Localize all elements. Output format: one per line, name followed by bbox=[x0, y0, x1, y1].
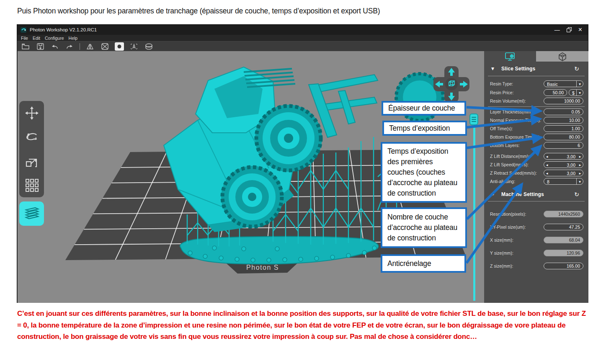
front-wheel bbox=[221, 166, 283, 228]
close-button[interactable]: × bbox=[578, 26, 582, 33]
settings-panel: ▼ Slice Settings ↻ Resin Type: Basic▼ Re… bbox=[484, 51, 588, 303]
refresh-machine-button[interactable]: ↻ bbox=[574, 191, 579, 197]
layer-slider-handle[interactable] bbox=[469, 114, 478, 125]
toolbar-separator bbox=[80, 43, 80, 50]
z-retract-speed-spinner[interactable]: ◀3,00▶ bbox=[544, 170, 583, 176]
scale-icon bbox=[24, 154, 39, 169]
z-lift-speed-spinner[interactable]: ◀3,00▶ bbox=[544, 161, 583, 168]
monitor-gear-icon bbox=[505, 52, 516, 62]
workspace: Photon S bbox=[18, 51, 588, 303]
menu-help[interactable]: Help bbox=[69, 36, 78, 41]
hollow-button[interactable] bbox=[100, 42, 109, 51]
row-normal-exposure: Normal Exposure Time(s): 10.00 bbox=[484, 117, 588, 124]
rotate-icon bbox=[24, 129, 39, 145]
row-xy-pixel: XY-Pixel size(um): 47.25 bbox=[484, 224, 588, 230]
row-y-size: Y size(mm): 120.96 bbox=[484, 250, 588, 256]
mirror-icon bbox=[86, 43, 94, 50]
open-button[interactable] bbox=[21, 42, 30, 51]
minimize-button[interactable]: — bbox=[554, 27, 560, 33]
bottom-note: C’est en jouant sur ces différents param… bbox=[17, 308, 592, 343]
collapse-icon: ▼ bbox=[491, 67, 494, 71]
anti-aliasing-dropdown[interactable]: 8▼ bbox=[544, 178, 583, 185]
currency-dropdown[interactable]: $▼ bbox=[569, 89, 583, 96]
layer-slider-track[interactable] bbox=[473, 114, 475, 301]
divider bbox=[488, 201, 585, 201]
plate-label: Photon S bbox=[246, 264, 279, 271]
folder-icon bbox=[21, 43, 30, 50]
slice-settings-header[interactable]: ▼ Slice Settings ↻ bbox=[484, 65, 588, 72]
tab-slice-settings[interactable] bbox=[484, 51, 536, 62]
save-icon bbox=[36, 43, 44, 50]
scale-tool[interactable] bbox=[24, 153, 40, 169]
refresh-slice-button[interactable]: ↻ bbox=[574, 66, 579, 72]
letter-a-icon bbox=[130, 43, 138, 50]
xy-pixel-input[interactable]: 47.25 bbox=[544, 224, 583, 230]
callout-layer-thickness: Épaisseur de couche bbox=[382, 101, 466, 116]
row-anti-aliasing: Anti-aliasing: 8▼ bbox=[484, 178, 588, 185]
spinner-right-icon: ▶ bbox=[577, 171, 583, 175]
row-z-lift-distance: Z Lift Distance(mm): ◀3,00▶ bbox=[484, 153, 588, 160]
row-resin-price: Resin Price: 50.00 $▼ bbox=[484, 89, 588, 96]
punch-hole-button[interactable] bbox=[115, 42, 124, 51]
undo-icon bbox=[51, 43, 59, 50]
save-button[interactable] bbox=[36, 42, 45, 51]
normal-exposure-input[interactable]: 10.00 bbox=[544, 117, 583, 124]
hole-icon bbox=[116, 43, 123, 50]
off-time-input[interactable]: 1.00 bbox=[544, 125, 583, 132]
machine-settings-header[interactable]: ▶ Machine Settings ↻ bbox=[484, 191, 588, 198]
view-navigation-control[interactable] bbox=[431, 63, 472, 105]
toolbar bbox=[17, 41, 588, 51]
spinner-right-icon: ▶ bbox=[577, 155, 583, 158]
row-x-size: X size(mm): 68.04 bbox=[484, 237, 588, 243]
resolution-field: 1440x2560 bbox=[544, 211, 583, 217]
row-off-time: Off Time(s): 1.00 bbox=[484, 125, 588, 132]
row-resolution: Resolution(pixels): 1440x2560 bbox=[484, 211, 588, 217]
redo-button[interactable] bbox=[65, 42, 74, 51]
app-logo-icon bbox=[21, 27, 27, 33]
restore-button[interactable] bbox=[567, 27, 572, 32]
tab-machine[interactable] bbox=[536, 51, 588, 62]
row-z-size: Z size(mm): 165.00 bbox=[484, 263, 588, 269]
y-size-field: 120.96 bbox=[544, 250, 583, 256]
divider bbox=[488, 106, 585, 107]
rotate-tool[interactable] bbox=[24, 129, 40, 145]
expand-icon: ▶ bbox=[491, 192, 494, 196]
undo-button[interactable] bbox=[50, 42, 59, 51]
row-z-lift-speed: Z Lift Speed(mm/s): ◀3,00▶ bbox=[484, 161, 588, 168]
slice-tool[interactable] bbox=[19, 201, 44, 226]
callout-bottom-exposure: Temps d’exposition des premières couches… bbox=[381, 142, 467, 203]
row-resin-volume: Resin Volume(ml): 1000.00 bbox=[484, 98, 588, 104]
spinner-right-icon: ▶ bbox=[577, 163, 583, 166]
cylinder-icon bbox=[144, 43, 153, 50]
callout-anti-aliasing: Anticrénelage bbox=[381, 254, 466, 273]
photon-workshop-window: Photon Workshop V2.1.20.RC1 — × File Edi… bbox=[17, 24, 588, 303]
spinner-left-icon: ◀ bbox=[544, 171, 550, 175]
bottom-exposure-input[interactable]: 80.00 bbox=[544, 134, 583, 140]
rear-wheel bbox=[255, 105, 322, 172]
z-lift-distance-spinner[interactable]: ◀3,00▶ bbox=[544, 153, 583, 160]
dropdown-arrow-icon: ▼ bbox=[576, 90, 583, 96]
menu-edit[interactable]: Edit bbox=[33, 36, 40, 41]
resin-type-dropdown[interactable]: Basic▼ bbox=[544, 80, 583, 87]
text-button[interactable] bbox=[129, 42, 139, 51]
page: Puis Photon workshop pour les paramètres… bbox=[0, 0, 606, 364]
move-tool[interactable] bbox=[24, 105, 40, 121]
z-size-input[interactable]: 165.00 bbox=[544, 263, 583, 269]
bottom-layers-input[interactable]: 6 bbox=[544, 142, 583, 149]
array-icon bbox=[24, 178, 39, 193]
callout-bottom-layers: Nombre de couche d’accroche au plateau d… bbox=[381, 207, 467, 248]
layers-icon bbox=[23, 206, 40, 221]
titlebar: Photon Workshop V2.1.20.RC1 — × bbox=[17, 25, 588, 35]
row-bottom-layers: Bottom Layers: 6 bbox=[484, 142, 588, 149]
menu-configure[interactable]: Configure bbox=[45, 36, 64, 41]
array-tool[interactable] bbox=[24, 177, 40, 193]
layer-thickness-input[interactable]: 0.05 bbox=[544, 108, 583, 115]
mirror-button[interactable] bbox=[85, 42, 95, 51]
menubar: File Edit Configure Help bbox=[17, 35, 588, 41]
window-title: Photon Workshop V2.1.20.RC1 bbox=[30, 27, 97, 32]
resin-volume-input[interactable]: 1000.00 bbox=[544, 98, 583, 104]
3d-view-button[interactable] bbox=[144, 42, 153, 51]
divider bbox=[488, 76, 585, 76]
resin-price-input[interactable]: 50.00 bbox=[544, 89, 567, 96]
menu-file[interactable]: File bbox=[21, 36, 28, 41]
